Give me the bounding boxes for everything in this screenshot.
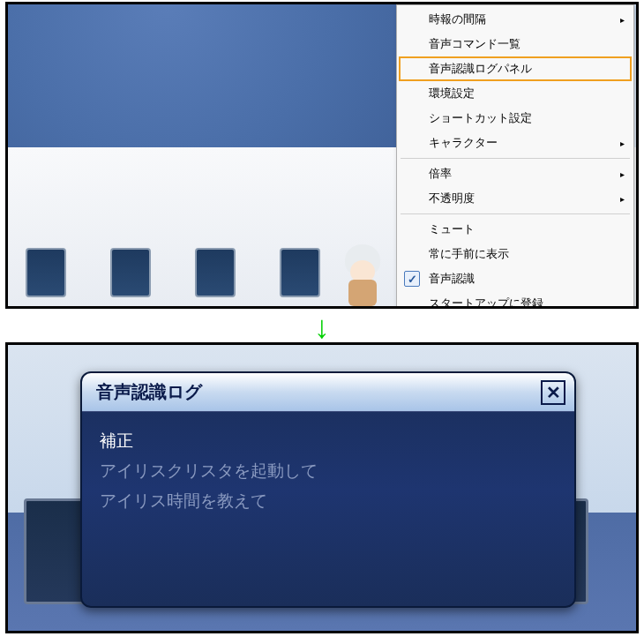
log-panel-body: 補正アイリスクリスタを起動してアイリス時間を教えて — [82, 412, 574, 531]
top-screenshot: 時報の間隔音声コマンド一覧音声認識ログパネル環境設定ショートカット設定キャラクタ… — [5, 2, 639, 309]
menu-item[interactable]: 時報の間隔 — [399, 7, 632, 32]
menu-item[interactable]: ミュート — [399, 217, 632, 242]
log-panel-titlebar[interactable]: 音声認識ログ ✕ — [82, 373, 574, 412]
menu-item[interactable]: 音声認識ログパネル — [399, 56, 632, 81]
log-line: アイリスクリスタを起動して — [100, 456, 557, 486]
menu-item[interactable]: キャラクター — [399, 131, 632, 155]
background-windows — [26, 248, 320, 297]
menu-item[interactable]: 常に手前に表示 — [399, 242, 632, 266]
menu-item[interactable]: 不透明度 — [399, 186, 632, 211]
avatar-body — [348, 280, 377, 306]
menu-item-label: 常に手前に表示 — [429, 247, 509, 260]
menu-item-label: 音声認識ログパネル — [429, 62, 532, 75]
bg-window — [195, 248, 236, 297]
menu-item-label: 倍率 — [429, 167, 452, 180]
menu-item-label: スタートアップに登録 — [429, 296, 543, 309]
context-menu: 時報の間隔音声コマンド一覧音声認識ログパネル環境設定ショートカット設定キャラクタ… — [396, 4, 634, 309]
menu-item[interactable]: 倍率 — [399, 161, 632, 186]
menu-item-label: 音声コマンド一覧 — [429, 37, 520, 50]
menu-separator — [401, 213, 630, 214]
menu-item[interactable]: 音声認識 — [399, 266, 632, 291]
log-panel-title: 音声認識ログ — [96, 380, 202, 404]
log-line: 補正 — [100, 426, 557, 456]
bg-window — [280, 248, 320, 297]
menu-item-label: 時報の間隔 — [429, 12, 486, 26]
menu-item-label: 不透明度 — [429, 191, 475, 205]
menu-item[interactable]: ショートカット設定 — [399, 106, 632, 131]
menu-item[interactable]: 音声コマンド一覧 — [399, 32, 632, 56]
menu-item[interactable]: 環境設定 — [399, 81, 632, 106]
character-avatar[interactable] — [336, 244, 389, 306]
bg-window — [26, 248, 66, 297]
menu-item-label: ショートカット設定 — [429, 111, 532, 124]
menu-item[interactable]: スタートアップに登録 — [399, 291, 632, 309]
menu-item-label: 音声認識 — [429, 272, 475, 285]
checkmark-icon — [404, 271, 420, 287]
bg-window — [110, 248, 151, 297]
arrow-down-icon: ↓ — [314, 309, 330, 346]
menu-item-label: ミュート — [429, 222, 475, 236]
voice-recognition-log-panel: 音声認識ログ ✕ 補正アイリスクリスタを起動してアイリス時間を教えて — [80, 371, 576, 608]
menu-item-label: 環境設定 — [429, 86, 475, 100]
bottom-screenshot: 音声認識ログ ✕ 補正アイリスクリスタを起動してアイリス時間を教えて — [5, 342, 639, 633]
menu-separator — [401, 158, 630, 159]
log-line: アイリス時間を教えて — [100, 486, 557, 516]
close-button[interactable]: ✕ — [541, 380, 565, 405]
menu-item-label: キャラクター — [429, 136, 498, 149]
close-icon: ✕ — [546, 382, 561, 403]
